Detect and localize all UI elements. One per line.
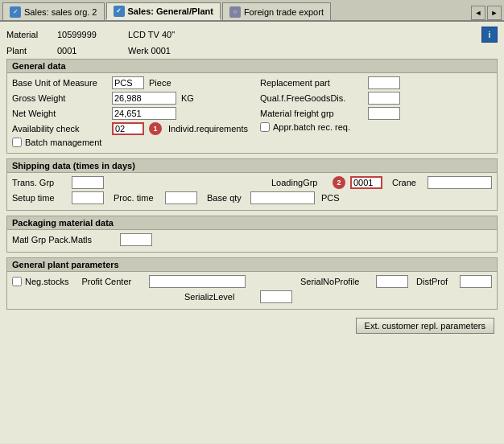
general-data-title: General data — [7, 60, 497, 73]
batch-mgmt-checkbox[interactable] — [12, 138, 22, 147]
replacement-input[interactable] — [368, 76, 400, 89]
base-qty-unit: PCS — [321, 193, 340, 203]
appr-batch-label: Appr.batch rec. req. — [273, 122, 350, 132]
packaging-data-title: Packaging material data — [7, 216, 497, 230]
plant-label: Plant — [6, 46, 51, 56]
profit-center-label: Profit Center — [81, 277, 146, 286]
serial-no-input[interactable] — [376, 275, 408, 288]
net-weight-label: Net Weight — [12, 109, 109, 118]
crane-input[interactable] — [428, 176, 492, 189]
matl-freight-label: Material freight grp — [260, 109, 365, 118]
serial-level-label: SerializLevel — [184, 292, 257, 302]
tab-sales-org[interactable]: ✓ Sales: sales org. 2 — [2, 2, 105, 20]
qual-free-label: Qual.f.FreeGoodsDis. — [260, 93, 365, 103]
loading-grp-input[interactable] — [350, 176, 382, 189]
replacement-row: Replacement part — [260, 76, 492, 89]
shipping-row1: Trans. Grp LoadingGrp 2 Crane — [12, 176, 492, 189]
tab-sales-org-label: Sales: sales org. 2 — [24, 7, 97, 17]
tab-sales-org-icon: ✓ — [10, 6, 21, 18]
neg-stocks-label: Neg.stocks — [25, 277, 68, 286]
tab-foreign-trade-label: Foreign trade export — [244, 7, 324, 17]
material-value: 10599999 — [57, 30, 122, 39]
tab-scroll-left[interactable]: ◄ — [471, 6, 485, 20]
packaging-data-section: Packaging material data Matl Grp Pack.Ma… — [6, 216, 498, 253]
general-data-left: Base Unit of Measure Piece Gross Weight … — [12, 76, 252, 150]
avail-check-desc: Individ.requirements — [168, 124, 248, 134]
button-row: Ext. customer repl. parameters — [6, 314, 498, 335]
serial-level-input[interactable] — [260, 290, 292, 303]
trans-grp-input[interactable] — [72, 176, 104, 189]
avail-check-label: Availability check — [12, 124, 109, 134]
matl-freight-input[interactable] — [368, 107, 400, 120]
plant-value: 0001 — [57, 46, 122, 56]
shipping-row2: Setup time Proc. time Base qty PCS — [12, 191, 492, 204]
base-qty-input[interactable] — [250, 191, 315, 204]
avail-check-row: Availability check 1 Individ.requirement… — [12, 122, 252, 135]
info-button[interactable]: i — [481, 27, 498, 43]
plant-row: Plant 0001 Werk 0001 — [6, 46, 498, 56]
shipping-data-body: Trans. Grp LoadingGrp 2 Crane Setup time… — [7, 173, 497, 210]
tab-scroll-right[interactable]: ► — [487, 6, 502, 20]
qual-free-input[interactable] — [368, 92, 400, 105]
matl-freight-row: Material freight grp — [260, 107, 492, 120]
batch-mgmt-row: Batch management — [12, 138, 252, 147]
material-desc: LCD TV 40" — [128, 30, 475, 39]
loading-grp-label: LoadingGrp — [271, 178, 328, 187]
matl-grp-label: Matl Grp Pack.Matls — [12, 235, 117, 245]
avail-check-input[interactable] — [112, 122, 144, 135]
net-weight-row: Net Weight — [12, 107, 252, 120]
dist-prof-input[interactable] — [460, 275, 492, 288]
plant-params-row2: SerializLevel — [12, 290, 492, 303]
tab-navigation: ◄ ► — [471, 6, 502, 20]
base-uom-label: Base Unit of Measure — [12, 78, 109, 88]
setup-time-label: Setup time — [12, 193, 68, 203]
tab-foreign-trade-icon: ○ — [229, 6, 241, 18]
proc-time-label: Proc. time — [114, 193, 162, 203]
replacement-label: Replacement part — [260, 78, 365, 88]
base-uom-input[interactable] — [112, 76, 144, 89]
appr-batch-checkbox[interactable] — [260, 122, 270, 132]
qual-free-row: Qual.f.FreeGoodsDis. — [260, 92, 492, 105]
proc-time-input[interactable] — [165, 191, 197, 204]
tab-sales-general-label: Sales: General/Plant — [128, 6, 213, 16]
matl-grp-input[interactable] — [120, 233, 152, 246]
packaging-data-body: Matl Grp Pack.Matls — [7, 230, 497, 252]
tab-foreign-trade[interactable]: ○ Foreign trade export — [222, 2, 331, 20]
material-label: Material — [6, 30, 51, 39]
tab-sales-general-icon: ✓ — [114, 6, 125, 17]
material-row: Material 10599999 LCD TV 40" i — [6, 27, 498, 43]
annotation-1: 1 — [149, 122, 162, 135]
crane-label: Crane — [392, 178, 424, 187]
main-content: Material 10599999 LCD TV 40" i Plant 000… — [0, 22, 504, 443]
gross-weight-label: Gross Weight — [12, 93, 109, 103]
base-uom-desc: Piece — [149, 78, 171, 88]
serial-no-label: SerialNoProfile — [300, 277, 373, 286]
base-qty-label: Base qty — [207, 193, 247, 203]
annotation-2: 2 — [333, 176, 345, 189]
profit-center-input[interactable] — [149, 275, 246, 288]
shipping-data-section: Shipping data (times in days) Trans. Grp… — [6, 158, 498, 211]
shipping-data-title: Shipping data (times in days) — [7, 159, 497, 173]
plant-params-row1: Neg.stocks Profit Center SerialNoProfile… — [12, 275, 492, 288]
net-weight-input[interactable] — [112, 107, 176, 120]
ext-customer-button[interactable]: Ext. customer repl. parameters — [356, 318, 494, 334]
setup-time-input[interactable] — [72, 191, 104, 204]
gross-weight-row: Gross Weight KG — [12, 92, 252, 105]
plant-desc: Werk 0001 — [128, 46, 498, 56]
plant-params-section: General plant parameters Neg.stocks Prof… — [6, 257, 498, 310]
trans-grp-label: Trans. Grp — [12, 178, 68, 187]
tab-sales-general[interactable]: ✓ Sales: General/Plant — [106, 2, 221, 20]
general-data-body: Base Unit of Measure Piece Gross Weight … — [7, 73, 497, 153]
plant-params-title: General plant parameters — [7, 258, 497, 272]
gross-weight-input[interactable] — [112, 92, 176, 105]
base-uom-row: Base Unit of Measure Piece — [12, 76, 252, 89]
dist-prof-label: DistProf — [416, 277, 456, 286]
general-data-right: Replacement part Qual.f.FreeGoodsDis. Ma… — [252, 76, 492, 150]
plant-params-body: Neg.stocks Profit Center SerialNoProfile… — [7, 272, 497, 309]
general-data-section: General data Base Unit of Measure Piece … — [6, 59, 498, 154]
matl-grp-row: Matl Grp Pack.Matls — [12, 233, 492, 246]
general-data-grid: Base Unit of Measure Piece Gross Weight … — [12, 76, 492, 150]
gross-weight-unit: KG — [181, 93, 194, 103]
neg-stocks-checkbox[interactable] — [12, 277, 22, 286]
tab-bar: ✓ Sales: sales org. 2 ✓ Sales: General/P… — [0, 0, 504, 22]
